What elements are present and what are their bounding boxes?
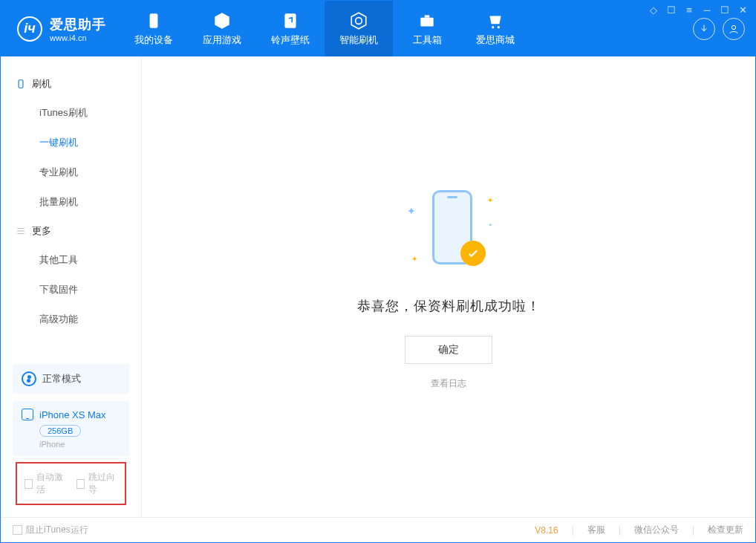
svg-rect-2: [420, 17, 433, 26]
nav-label: 铃声壁纸: [271, 33, 310, 47]
feedback-icon[interactable]: ☐: [665, 4, 677, 16]
sidebar-item-itunes[interactable]: iTunes刷机: [1, 98, 141, 128]
sidebar-item-advanced[interactable]: 高级功能: [1, 305, 141, 334]
nav-ringtones[interactable]: 铃声壁纸: [256, 1, 325, 56]
menu-icon[interactable]: ≡: [683, 4, 695, 16]
nav-flash[interactable]: 智能刷机: [325, 1, 393, 56]
ok-button[interactable]: 确定: [405, 336, 492, 364]
nav-label: 我的设备: [134, 33, 173, 47]
sidebar-group-more[interactable]: 更多: [1, 217, 141, 245]
view-log-link[interactable]: 查看日志: [431, 377, 466, 390]
sidebar-item-othertools[interactable]: 其他工具: [1, 245, 141, 275]
sidebar-item-oneclick[interactable]: 一键刷机: [1, 128, 141, 157]
refresh-icon: [349, 11, 368, 30]
sidebar: 刷机 iTunes刷机 一键刷机 专业刷机 批量刷机 更多 其他工具 下载固件 …: [1, 56, 142, 517]
window-controls: ◇ ☐ ≡ ─ ☐ ✕: [648, 4, 749, 16]
main-content: ✦ ✦ ✦ • 恭喜您，保资料刷机成功啦！ 确定 查看日志: [142, 56, 755, 517]
checkbox-box: [76, 479, 85, 489]
user-button[interactable]: [723, 18, 745, 40]
sidebar-item-firmware[interactable]: 下载固件: [1, 275, 141, 305]
checkbox-skip-guide[interactable]: 跳过向导: [76, 471, 118, 496]
footer-link-support[interactable]: 客服: [587, 524, 605, 536]
device-icon: [144, 11, 163, 30]
nav-label: 工具箱: [413, 33, 442, 47]
nav-store[interactable]: 爱思商城: [461, 1, 529, 56]
success-illustration: ✦ ✦ ✦ •: [404, 184, 493, 273]
download-button[interactable]: [693, 18, 715, 40]
mode-label: 正常模式: [42, 372, 81, 386]
sidebar-item-pro[interactable]: 专业刷机: [1, 157, 141, 187]
checkbox-box: [25, 479, 33, 489]
device-info[interactable]: iPhone XS Max 256GB iPhone: [13, 401, 129, 456]
checkbox-label: 自动激活: [36, 471, 65, 496]
minimize-icon[interactable]: ─: [701, 4, 713, 16]
group-title: 刷机: [32, 77, 51, 91]
spark-icon: ✦: [487, 196, 493, 204]
cube-icon: [212, 11, 232, 30]
svg-point-5: [498, 26, 500, 28]
nav-apps[interactable]: 应用游戏: [188, 1, 256, 56]
nav-my-device[interactable]: 我的设备: [120, 1, 188, 56]
device-mode[interactable]: 正常模式: [13, 364, 129, 394]
close-icon[interactable]: ✕: [737, 4, 749, 16]
top-nav: 我的设备 应用游戏 铃声壁纸 智能刷机 工具箱 爱思商城: [120, 1, 529, 56]
spark-icon: •: [489, 221, 492, 229]
brand-url: www.i4.cn: [50, 33, 106, 42]
toolbox-icon: [417, 11, 437, 30]
sidebar-group-flash[interactable]: 刷机: [1, 70, 141, 98]
checkbox-label: 阻止iTunes运行: [26, 524, 88, 536]
nav-label: 智能刷机: [339, 33, 378, 47]
nav-toolbox[interactable]: 工具箱: [393, 1, 461, 56]
device-name: iPhone XS Max: [39, 409, 106, 420]
device-type: iPhone: [39, 440, 120, 449]
spark-icon: ✦: [407, 205, 416, 217]
group-title: 更多: [32, 224, 51, 238]
cart-icon: [486, 11, 505, 30]
nav-label: 应用游戏: [203, 33, 241, 47]
brand-name: 爱思助手: [50, 16, 106, 33]
checkbox-label: 跳过向导: [88, 471, 117, 496]
footer-link-update[interactable]: 检查更新: [708, 524, 743, 536]
spark-icon: ✦: [411, 255, 417, 263]
svg-rect-3: [425, 15, 430, 17]
svg-point-4: [492, 26, 494, 28]
phone-icon: [22, 409, 33, 420]
checkbox-auto-activate[interactable]: 自动激活: [25, 471, 66, 496]
checkbox-block-itunes[interactable]: 阻止iTunes运行: [13, 524, 88, 536]
mode-icon: [22, 371, 36, 386]
svg-rect-1: [284, 13, 296, 28]
flash-options-highlighted: 自动激活 跳过向导: [16, 462, 126, 505]
sidebar-item-batch[interactable]: 批量刷机: [1, 187, 141, 217]
logo[interactable]: iч 爱思助手 www.i4.cn: [1, 1, 120, 56]
svg-rect-7: [19, 80, 23, 88]
version-label: V8.16: [535, 525, 558, 536]
logo-icon: iч: [17, 16, 42, 42]
success-message: 恭喜您，保资料刷机成功啦！: [357, 297, 541, 315]
nav-label: 爱思商城: [476, 33, 515, 47]
device-storage: 256GB: [39, 425, 81, 437]
list-icon: [16, 226, 26, 236]
status-bar: 阻止iTunes运行 V8.16 | 客服 | 微信公众号 | 检查更新: [1, 517, 755, 542]
svg-point-6: [731, 25, 735, 29]
music-icon: [281, 11, 300, 30]
footer-link-wechat[interactable]: 微信公众号: [634, 524, 679, 536]
phone-icon: [16, 79, 26, 89]
checkbox-box: [13, 525, 22, 535]
checkmark-badge-icon: [460, 241, 486, 266]
maximize-icon[interactable]: ☐: [719, 4, 731, 16]
svg-rect-0: [150, 13, 158, 28]
app-header: iч 爱思助手 www.i4.cn 我的设备 应用游戏 铃声壁纸 智能刷机 工具…: [1, 1, 755, 56]
skin-icon[interactable]: ◇: [648, 4, 659, 16]
